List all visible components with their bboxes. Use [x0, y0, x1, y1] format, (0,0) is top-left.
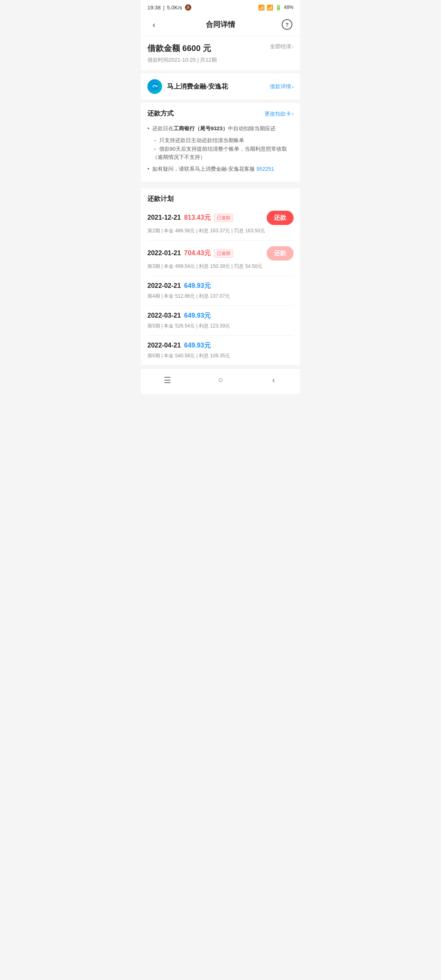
plan-date-4: 2022-03-21	[147, 312, 181, 319]
battery-icon: 🔋	[275, 4, 282, 11]
status-bar: 19:38 | 5.0K/s 🔕 📶 📶 🔋 48%	[141, 0, 300, 13]
help-icon: ?	[282, 19, 292, 30]
bottom-menu-button[interactable]: ☰	[162, 374, 173, 386]
back-icon: ‹	[153, 20, 156, 29]
repay-method-section: 还款方式 更改扣款卡 › 还款日在工商银行（尾号9323）中自动扣除当期应还 －…	[141, 103, 300, 182]
loan-amount: 借款金额 6600 元	[147, 43, 217, 54]
repay-note-1: 还款日在工商银行（尾号9323）中自动扣除当期应还	[147, 123, 294, 135]
bottom-home-button[interactable]: ○	[215, 374, 226, 386]
status-bell-icon: 🔕	[185, 4, 192, 11]
chevron-icon: ›	[292, 84, 294, 90]
plan-detail-5: 第6期 | 本金 540.58元 | 利息 109.35元	[147, 352, 294, 359]
plan-amount-4: 649.93元	[184, 312, 211, 320]
plan-detail-3: 第4期 | 本金 512.86元 | 利息 137.07元	[147, 293, 294, 300]
battery-level: 48%	[284, 4, 294, 10]
bottom-nav: ☰ ○ ‹	[141, 368, 300, 394]
repay-note-3: 如有疑问，请联系马上消费金融-安逸花客服 952251	[147, 163, 294, 175]
change-card-button[interactable]: 更改扣款卡 ›	[265, 110, 294, 118]
repayment-plan-section: 还款计划 2021-12-21 813.43元 已逾期 还款 第2期 | 本金 …	[141, 188, 300, 365]
plan-date-3: 2022-02-21	[147, 282, 181, 290]
loan-detail-link[interactable]: 借款详情 ›	[270, 83, 294, 90]
status-time: 19:38	[147, 4, 161, 11]
chevron-icon: ›	[292, 111, 294, 117]
plan-amount-1: 813.43元	[184, 214, 211, 222]
back-button[interactable]: ‹	[147, 18, 160, 31]
bottom-back-button[interactable]: ‹	[268, 374, 279, 386]
plan-date-2: 2022-01-21	[147, 249, 181, 257]
menu-icon: ☰	[164, 375, 171, 385]
back-icon: ‹	[272, 375, 275, 385]
plan-detail-4: 第5期 | 本金 526.54元 | 利息 123.39元	[147, 323, 294, 330]
plan-date-5: 2022-04-21	[147, 342, 181, 349]
plan-item-2: 2022-01-21 704.43元 已逾期 还款 第3期 | 本金 499.5…	[147, 241, 294, 276]
svg-point-1	[153, 87, 154, 88]
plan-detail-1: 第2期 | 本金 486.56元 | 利息 163.37元 | 罚息 163.5…	[147, 227, 294, 234]
bank-info-section: 马上消费金融-安逸花 借款详情 ›	[141, 74, 300, 100]
plan-item-5: 2022-04-21 649.93元 第6期 | 本金 540.58元 | 利息…	[147, 336, 294, 365]
chevron-icon: ›	[292, 44, 294, 50]
help-button[interactable]: ?	[281, 18, 294, 31]
plan-detail-2: 第3期 | 本金 499.54元 | 利息 150.39元 | 罚息 54.50…	[147, 263, 294, 270]
repayment-plan-title: 还款计划	[147, 195, 294, 203]
plan-date-1: 2021-12-21	[147, 214, 181, 221]
repay-button-2[interactable]: 还款	[267, 246, 294, 261]
loan-info-section: 借款金额 6600 元 借款时间2021-10-25 | 共12期 全部结清 ›	[141, 36, 300, 70]
plan-item-4: 2022-03-21 649.93元 第5期 | 本金 526.54元 | 利息…	[147, 306, 294, 336]
repay-button-1[interactable]: 还款	[267, 211, 294, 225]
signal-icon: 📶	[258, 4, 265, 11]
nav-bar: ‹ 合同详情 ?	[141, 13, 300, 36]
plan-amount-2: 704.43元	[184, 249, 211, 258]
overdue-badge-1: 已逾期	[214, 214, 233, 222]
home-icon: ○	[218, 375, 223, 385]
plan-item-3: 2022-02-21 649.93元 第4期 | 本金 512.86元 | 利息…	[147, 276, 294, 306]
status-network: |	[163, 4, 165, 11]
page-title: 合同详情	[206, 20, 235, 29]
repay-notes-list: 还款日在工商银行（尾号9323）中自动扣除当期应还 － 只支持还款日主动还款结清…	[147, 123, 294, 175]
overdue-badge-2: 已逾期	[214, 249, 233, 258]
svg-point-0	[151, 82, 159, 91]
repay-note-2: － 只支持还款日主动还款结清当期账单 － 借款90天后支持提前结清整个账单，当期…	[147, 135, 294, 163]
plan-item-1: 2021-12-21 813.43元 已逾期 还款 第2期 | 本金 486.5…	[147, 205, 294, 241]
bank-logo	[147, 79, 162, 94]
settle-all-button[interactable]: 全部结清 ›	[270, 43, 294, 50]
loan-sub-info: 借款时间2021-10-25 | 共12期	[147, 56, 217, 64]
status-speed: 5.0K/s	[167, 4, 182, 11]
plan-amount-5: 649.93元	[184, 341, 211, 350]
repay-method-title: 还款方式	[147, 109, 174, 118]
bank-name: 马上消费金融-安逸花	[167, 82, 270, 91]
plan-amount-3: 649.93元	[184, 282, 211, 290]
wifi-icon: 📶	[267, 4, 273, 11]
